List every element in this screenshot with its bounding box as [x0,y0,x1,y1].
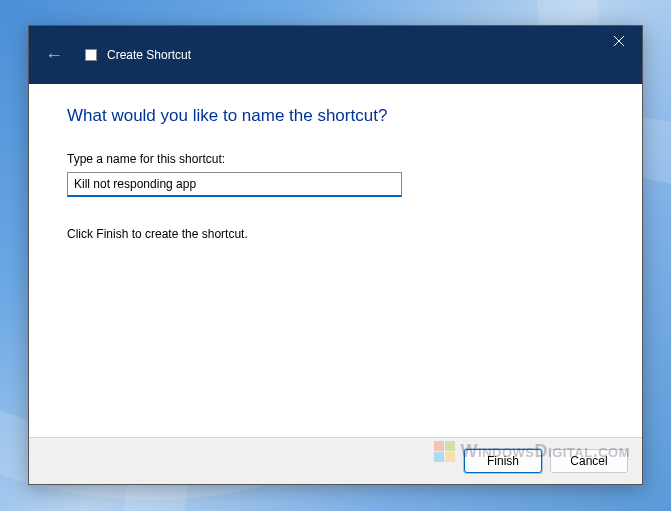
close-button[interactable] [596,26,642,56]
title-bar: ← Create Shortcut [29,26,642,84]
create-shortcut-dialog: ← Create Shortcut What would you like to… [28,25,643,485]
shortcut-name-input[interactable] [67,172,402,197]
instruction-text: Click Finish to create the shortcut. [67,227,604,241]
button-bar: Finish Cancel [29,437,642,484]
dialog-content: What would you like to name the shortcut… [29,84,642,437]
window-title: Create Shortcut [107,48,191,62]
shortcut-icon [85,49,97,61]
page-heading: What would you like to name the shortcut… [67,106,604,126]
back-arrow-icon[interactable]: ← [41,45,67,66]
finish-button[interactable]: Finish [464,449,542,473]
name-field-label: Type a name for this shortcut: [67,152,604,166]
cancel-button[interactable]: Cancel [550,449,628,473]
